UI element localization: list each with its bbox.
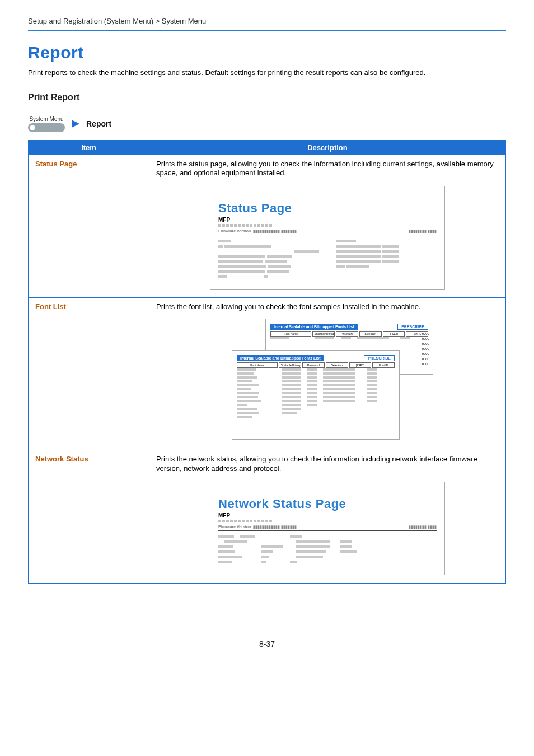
nav-step-label: Report bbox=[86, 119, 111, 128]
placeholder-dots bbox=[218, 224, 437, 227]
fontlist-banner: Internal Scalable and Bitmapped Fonts Li… bbox=[237, 355, 324, 361]
item-desc: Prints the font list, allowing you to ch… bbox=[156, 302, 499, 312]
svg-marker-0 bbox=[72, 120, 79, 128]
table-row: Font List Prints the font list, allowing… bbox=[29, 298, 506, 450]
prescribe-badge: PRESCRIBE bbox=[397, 324, 428, 330]
firmware-row: Firmware Version ▮▮▮▮▮▮▮▮▮▮▮▮ ▮▮▮▮▮▮▮ ▮▮… bbox=[218, 525, 437, 529]
system-menu-label: System Menu bbox=[28, 116, 65, 122]
arrow-right-icon bbox=[71, 119, 81, 129]
nav-strip: System Menu Report bbox=[28, 116, 506, 132]
header-description: Description bbox=[149, 140, 506, 155]
placeholder-blocks bbox=[218, 535, 437, 566]
page-title: Report bbox=[28, 43, 506, 62]
item-desc: Prints the network status, allowing you … bbox=[156, 455, 499, 474]
breadcrumb: Setup and Registration (System Menu) > S… bbox=[28, 17, 506, 30]
sample-sub: MFP bbox=[218, 512, 437, 519]
report-table: Item Description Status Page Prints the … bbox=[28, 140, 506, 584]
table-row: Status Page Prints the status page, allo… bbox=[29, 155, 506, 298]
system-menu-shape bbox=[28, 123, 65, 132]
placeholder-dots bbox=[218, 520, 437, 522]
sample-title: Network Status Page bbox=[218, 497, 437, 511]
item-name: Status Page bbox=[35, 160, 77, 168]
fontlist-banner: Internal Scalable and Bitmapped Fonts Li… bbox=[270, 324, 358, 330]
sample-title: Status Page bbox=[218, 201, 437, 216]
fontlist-headers: Font Name Scalable/Bitmap Password Selec… bbox=[270, 331, 428, 337]
fontlist-headers: Font Name Scalable/Bitmap Password Selec… bbox=[237, 362, 395, 368]
page-number: 8-37 bbox=[28, 640, 506, 648]
item-desc: Prints the status page, allowing you to … bbox=[156, 160, 499, 179]
item-name: Font List bbox=[35, 302, 66, 311]
item-name: Network Status bbox=[35, 455, 88, 463]
sample-sub: MFP bbox=[218, 217, 437, 223]
font-list-sample: Internal Scalable and Bitmapped Fonts Li… bbox=[156, 319, 499, 442]
sub-heading: Print Report bbox=[28, 92, 506, 102]
status-page-sample: Status Page MFP Firmware Version ▮▮▮▮▮▮▮… bbox=[156, 186, 499, 290]
placeholder-blocks bbox=[218, 240, 437, 280]
header-item: Item bbox=[29, 140, 149, 155]
firmware-row: Firmware Version ▮▮▮▮▮▮▮▮▮▮▮▮ ▮▮▮▮▮▮▮ ▮▮… bbox=[218, 229, 437, 234]
intro-text: Print reports to check the machine setti… bbox=[28, 68, 506, 78]
table-row: Network Status Prints the network status… bbox=[29, 450, 506, 584]
divider bbox=[28, 30, 506, 31]
network-status-sample: Network Status Page MFP Firmware Version… bbox=[156, 482, 499, 575]
prescribe-badge: PRESCRIBE bbox=[364, 355, 395, 361]
system-menu-button: System Menu bbox=[28, 116, 65, 132]
